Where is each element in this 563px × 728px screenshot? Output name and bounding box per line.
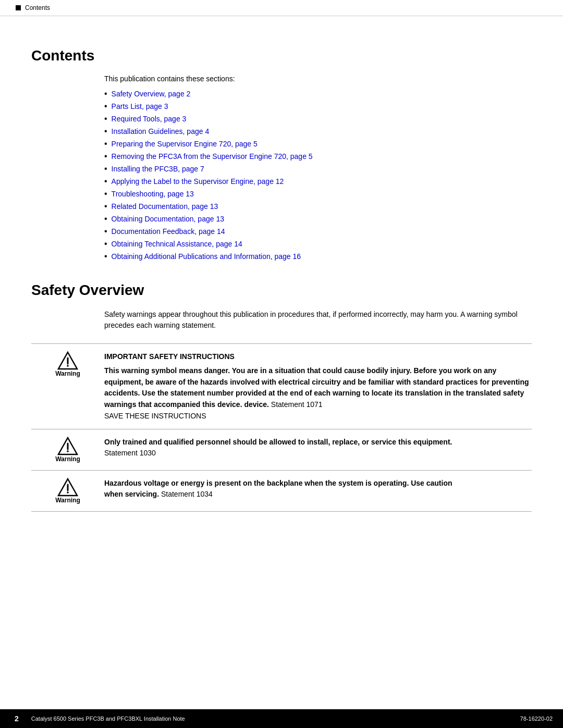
toc-link[interactable]: Obtaining Additional Publications and In…	[112, 252, 301, 261]
contents-intro: This publication contains these sections…	[104, 75, 532, 83]
toc-item: Removing the PFC3A from the Supervisor E…	[104, 152, 532, 161]
warning-triangle-icon	[57, 351, 78, 370]
warning-label: Warning	[55, 370, 80, 377]
toc-link[interactable]: Safety Overview, page 2	[112, 90, 191, 98]
toc-item: Obtaining Technical Assistance, page 14	[104, 239, 532, 249]
toc-item: Related Documentation, page 13	[104, 202, 532, 211]
toc-link[interactable]: Related Documentation, page 13	[112, 202, 218, 211]
toc-item: Documentation Feedback, page 14	[104, 227, 532, 236]
page-number: 2	[10, 713, 23, 724]
toc-link[interactable]: Removing the PFC3A from the Supervisor E…	[112, 152, 313, 161]
toc-item: Parts List, page 3	[104, 102, 532, 111]
top-bar: Contents	[0, 0, 563, 16]
toc-link[interactable]: Obtaining Technical Assistance, page 14	[112, 240, 242, 248]
warning-left: Warning	[31, 351, 104, 377]
warning-left: Warning	[31, 478, 104, 504]
toc-item: Preparing the Supervisor Engine 720, pag…	[104, 139, 532, 149]
bottom-bar: 2 Catalyst 6500 Series PFC3B and PFC3BXL…	[0, 709, 563, 728]
doc-title: Catalyst 6500 Series PFC3B and PFC3BXL I…	[31, 715, 185, 722]
toc-item: Installation Guidelines, page 4	[104, 127, 532, 136]
top-bar-square-icon	[16, 5, 21, 10]
toc-item: Troubleshooting, page 13	[104, 189, 532, 199]
main-content: Contents This publication contains these…	[0, 16, 563, 553]
warning-block: WarningHazardous voltage or energy is pr…	[31, 470, 532, 512]
toc-item: Obtaining Additional Publications and In…	[104, 252, 532, 261]
warning-triangle-icon	[57, 437, 78, 455]
toc-item: Safety Overview, page 2	[104, 89, 532, 98]
svg-point-5	[67, 450, 69, 452]
svg-point-2	[67, 365, 69, 367]
toc-link[interactable]: Installation Guidelines, page 4	[112, 127, 210, 135]
toc-link[interactable]: Preparing the Supervisor Engine 720, pag…	[112, 140, 258, 148]
toc-item: Obtaining Documentation, page 13	[104, 214, 532, 224]
toc-item: Required Tools, page 3	[104, 114, 532, 124]
warning-block: WarningIMPORTANT SAFETY INSTRUCTIONSThis…	[31, 343, 532, 429]
toc-link[interactable]: Applying the Label to the Supervisor Eng…	[112, 177, 284, 186]
toc-link[interactable]: Troubleshooting, page 13	[112, 190, 194, 198]
toc-link[interactable]: Required Tools, page 3	[112, 115, 187, 123]
warnings-container: WarningIMPORTANT SAFETY INSTRUCTIONSThis…	[31, 343, 532, 512]
toc-item: Installing the PFC3B, page 7	[104, 164, 532, 174]
toc-link[interactable]: Installing the PFC3B, page 7	[112, 165, 204, 173]
warning-content: Only trained and qualified personnel sho…	[104, 437, 532, 459]
safety-intro: Safety warnings appear throughout this p…	[104, 309, 532, 331]
warning-body: This warning symbol means danger. You ar…	[104, 365, 532, 411]
save-instructions: SAVE THESE INSTRUCTIONS	[104, 412, 206, 420]
warning-content: Hazardous voltage or energy is present o…	[104, 478, 532, 500]
warning-body: Only trained and qualified personnel sho…	[104, 437, 532, 459]
toc-link[interactable]: Documentation Feedback, page 14	[112, 227, 225, 236]
toc-link[interactable]: Parts List, page 3	[112, 102, 168, 110]
doc-number: 78-16220-02	[520, 715, 553, 722]
warning-label: Warning	[55, 497, 80, 504]
contents-title: Contents	[31, 47, 532, 64]
toc-list: Safety Overview, page 2Parts List, page …	[104, 89, 532, 261]
warning-triangle-icon	[57, 478, 78, 497]
toc-item: Applying the Label to the Supervisor Eng…	[104, 177, 532, 186]
warning-left: Warning	[31, 437, 104, 463]
warning-content: IMPORTANT SAFETY INSTRUCTIONSThis warnin…	[104, 351, 532, 422]
top-bar-label: Contents	[25, 4, 50, 11]
warning-body: Hazardous voltage or energy is present o…	[104, 478, 532, 500]
safety-title: Safety Overview	[31, 282, 532, 299]
toc-link[interactable]: Obtaining Documentation, page 13	[112, 215, 224, 223]
warning-label: Warning	[55, 455, 80, 463]
warning-title: IMPORTANT SAFETY INSTRUCTIONS	[104, 351, 532, 362]
svg-point-8	[67, 491, 69, 493]
warning-block: WarningOnly trained and qualified person…	[31, 429, 532, 470]
